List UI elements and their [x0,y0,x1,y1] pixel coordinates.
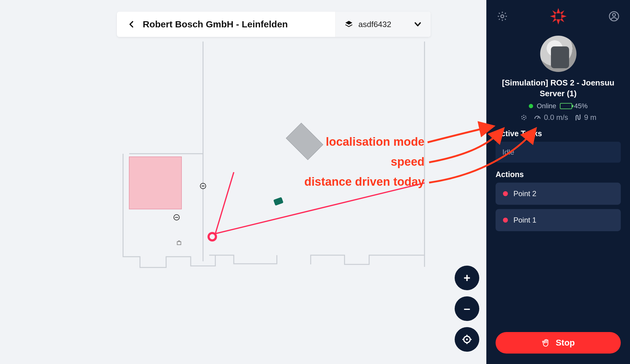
robot-marker [273,197,283,206]
speed-value: 0.0 m/s [544,113,568,122]
map-selector[interactable]: asdf6432 [335,12,431,37]
stop-button[interactable]: Stop [496,332,621,354]
action-point-1[interactable]: Point 1 [496,209,621,231]
recenter-button[interactable] [455,327,479,352]
zoom-in-button[interactable]: + [455,266,479,290]
map-zone-pink [129,157,181,209]
task-state[interactable]: Idle [496,142,621,163]
stop-label: Stop [556,338,575,348]
map-obstacle-grey [286,123,323,160]
svg-rect-2 [177,242,181,245]
account-button[interactable] [608,11,620,23]
gauge-icon [533,113,541,121]
svg-marker-7 [556,19,560,25]
localisation-mode [520,113,528,121]
svg-marker-10 [552,10,556,15]
svg-marker-8 [550,14,555,18]
map-path [215,172,425,234]
back-button[interactable] [122,15,141,34]
action-pin-icon [503,218,508,223]
route-icon [574,113,582,121]
floorplan-svg [0,0,486,364]
gear-icon [497,11,508,22]
svg-marker-9 [561,14,566,18]
brand-logo [549,7,567,26]
status-label: Online [537,102,556,110]
localisation-icon [520,113,528,121]
map-canvas[interactable] [0,0,486,364]
door-icon [177,241,181,245]
battery-percent: 45% [574,102,588,110]
settings-button[interactable] [497,11,508,23]
action-label: Point 1 [513,216,536,224]
zoom-out-button[interactable]: – [455,296,479,321]
svg-point-17 [523,117,524,118]
layers-icon [344,20,353,29]
hand-icon [541,338,551,347]
crosshair-icon [461,334,472,345]
map-waypoint [209,233,216,240]
battery-indicator: 45% [560,102,588,110]
page-title: Robert Bosch GmbH - Leinfelden [141,19,335,30]
sidebar: [Simulation] ROS 2 - Joensuu Server (1) … [486,0,630,364]
distance-readout: 9 m [574,113,596,122]
chevron-down-icon [413,20,422,29]
svg-marker-13 [552,18,556,22]
active-tasks-heading: Active Tasks [496,129,621,138]
svg-point-5 [501,15,504,18]
action-label: Point 2 [513,189,536,198]
actions-heading: Actions [496,170,621,179]
zoom-controls: + – [455,266,479,352]
speed-readout: 0.0 m/s [533,113,568,122]
robot-name: [Simulation] ROS 2 - Joensuu Server (1) [496,77,621,99]
status-row: Online 45% [496,102,621,110]
user-icon [608,11,620,22]
chevron-left-icon [128,20,136,28]
svg-marker-11 [560,18,564,22]
online-indicator-icon [529,104,533,108]
svg-point-4 [466,338,468,340]
svg-marker-6 [556,8,560,13]
action-point-2[interactable]: Point 2 [496,183,621,205]
action-pin-icon [503,191,508,196]
map-selector-label: asdf6432 [358,20,409,29]
robot-avatar [540,36,576,72]
svg-marker-12 [560,10,564,15]
distance-value: 9 m [584,113,596,122]
svg-point-15 [612,14,616,17]
header-bar: Robert Bosch GmbH - Leinfelden asdf6432 [117,12,431,37]
